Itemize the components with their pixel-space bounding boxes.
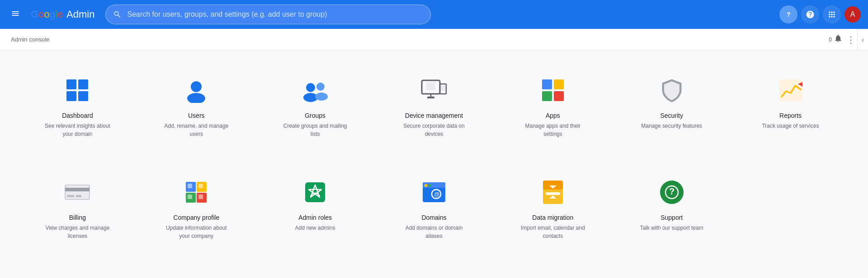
support-card[interactable]: ? Support Talk with our support team	[612, 167, 731, 251]
notification-count: 0	[829, 37, 832, 43]
svg-rect-3	[78, 91, 88, 101]
security-desc: Manage security features	[641, 122, 702, 130]
users-icon	[182, 76, 211, 105]
users-desc: Add, rename, and manage users	[160, 122, 232, 138]
users-title: Users	[188, 112, 205, 119]
company-profile-title: Company profile	[173, 214, 219, 221]
svg-point-9	[315, 93, 328, 101]
svg-rect-41	[428, 184, 431, 187]
svg-rect-40	[425, 184, 427, 187]
header-actions: ? A	[779, 5, 861, 23]
device-management-icon	[420, 76, 448, 105]
groups-title: Groups	[305, 112, 326, 119]
dashboard-desc: See relevant insights about your domain	[41, 122, 113, 138]
svg-rect-15	[427, 97, 434, 98]
domains-card[interactable]: @ Domains Add domains or domain aliases	[375, 167, 494, 251]
more-options-icon[interactable]: ⋮	[844, 32, 857, 47]
groups-desc: Create groups and mailing lists	[279, 122, 351, 138]
app-logo: Google Admin	[31, 9, 94, 20]
data-migration-title: Data migration	[532, 214, 573, 221]
billing-desc: View charges and manage licenses	[41, 224, 113, 240]
admin-roles-icon	[301, 178, 330, 207]
sub-header-actions: 0 ⋮	[829, 32, 857, 47]
menu-icon[interactable]	[7, 5, 24, 24]
card-grid-row2: Billing View charges and manage licenses…	[18, 167, 850, 251]
svg-point-5	[187, 93, 205, 103]
svg-rect-25	[76, 195, 81, 197]
reports-card[interactable]: Reports Track usage of services	[731, 65, 850, 149]
data-migration-card[interactable]: Data migration Import email, calendar an…	[493, 167, 612, 251]
breadcrumb: Admin console	[11, 36, 49, 43]
admin-roles-desc: Add new admins	[295, 224, 335, 232]
domains-title: Domains	[421, 214, 446, 221]
reports-icon	[776, 76, 805, 105]
svg-rect-44	[546, 192, 560, 195]
svg-rect-11	[426, 82, 435, 90]
apps-title: Apps	[546, 112, 560, 119]
groups-card[interactable]: Groups Create groups and mailing lists	[256, 65, 375, 149]
svg-point-4	[191, 81, 202, 92]
svg-rect-0	[66, 79, 76, 89]
support-icon: ?	[657, 178, 686, 207]
question-circle-icon[interactable]: ?	[779, 5, 797, 23]
dashboard-card[interactable]: Dashboard See relevant insights about yo…	[18, 65, 137, 149]
apps-card[interactable]: Apps Manage apps and their settings	[493, 65, 612, 149]
admin-label: Admin	[66, 9, 94, 20]
groups-icon	[301, 76, 330, 105]
svg-rect-33	[198, 195, 203, 199]
support-title: Support	[660, 214, 683, 221]
svg-point-8	[316, 83, 325, 91]
avatar[interactable]: A	[844, 6, 861, 23]
billing-card[interactable]: Billing View charges and manage licenses	[18, 167, 137, 251]
data-migration-icon	[538, 178, 567, 207]
search-icon	[113, 10, 122, 19]
dashboard-title: Dashboard	[62, 112, 93, 119]
company-profile-card[interactable]: Company profile Update information about…	[137, 167, 256, 251]
app-header: Google Admin ? A	[0, 0, 868, 29]
svg-rect-19	[554, 91, 564, 101]
admin-roles-card[interactable]: Admin roles Add new admins	[256, 167, 375, 251]
svg-rect-22	[65, 185, 90, 199]
svg-rect-18	[542, 91, 552, 101]
svg-point-6	[306, 83, 315, 92]
apps-icon	[538, 76, 567, 105]
svg-text:?: ?	[669, 186, 675, 196]
billing-title: Billing	[69, 214, 86, 221]
company-profile-icon	[182, 178, 211, 207]
main-content: Dashboard See relevant insights about yo…	[0, 51, 868, 265]
security-title: Security	[660, 112, 683, 119]
company-profile-desc: Update information about your company	[160, 224, 232, 240]
search-bar[interactable]	[105, 5, 431, 24]
svg-rect-1	[78, 79, 88, 89]
svg-rect-24	[67, 195, 74, 197]
svg-rect-32	[188, 195, 192, 199]
svg-rect-16	[542, 79, 552, 89]
admin-roles-title: Admin roles	[298, 214, 332, 221]
billing-icon	[63, 178, 92, 207]
search-input[interactable]	[127, 10, 423, 19]
help-icon[interactable]	[801, 5, 819, 23]
svg-rect-17	[554, 79, 564, 89]
svg-rect-23	[65, 188, 90, 191]
apps-grid-icon[interactable]	[823, 5, 841, 23]
dashboard-icon	[63, 76, 92, 105]
domains-icon: @	[420, 178, 448, 207]
svg-rect-20	[779, 79, 802, 101]
svg-text:@: @	[434, 191, 439, 198]
data-migration-desc: Import email, calendar and contacts	[517, 224, 589, 240]
svg-rect-13	[441, 85, 445, 91]
sub-header: Admin console 0 ⋮ ‹	[0, 29, 868, 51]
device-management-title: Device management	[405, 112, 463, 119]
domains-desc: Add domains or domain aliases	[398, 224, 470, 240]
reports-title: Reports	[779, 112, 802, 119]
device-management-desc: Secure corporate data on devices	[398, 122, 470, 138]
users-card[interactable]: Users Add, rename, and manage users	[137, 65, 256, 149]
device-management-card[interactable]: Device management Secure corporate data …	[375, 65, 494, 149]
support-desc: Talk with our support team	[640, 224, 703, 232]
collapse-button[interactable]: ‹	[857, 29, 868, 51]
security-icon	[657, 76, 686, 105]
notification-bell-icon[interactable]	[834, 34, 843, 45]
security-card[interactable]: Security Manage security features	[612, 65, 731, 149]
reports-desc: Track usage of services	[762, 122, 819, 130]
apps-desc: Manage apps and their settings	[517, 122, 589, 138]
